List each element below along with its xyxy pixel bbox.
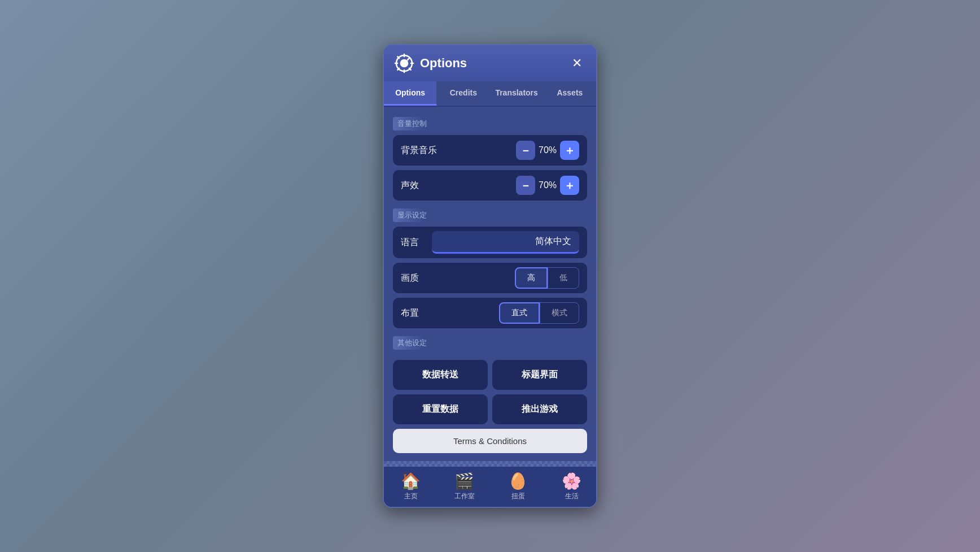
title-screen-button[interactable]: 标题界面 — [492, 360, 587, 390]
options-content: 音量控制 背景音乐 － 70% ＋ 声效 － 70% ＋ 显示设定 — [384, 107, 596, 461]
other-section-label: 其他设定 — [393, 336, 431, 350]
other-label-wrapper: 其他设定 — [393, 334, 587, 354]
gacha-icon: 🥚 — [508, 473, 528, 489]
volume-section-label: 音量控制 — [393, 117, 431, 131]
tab-options[interactable]: Options — [384, 81, 437, 106]
volume-section: 音量控制 背景音乐 － 70% ＋ 声效 － 70% ＋ — [393, 115, 587, 201]
display-section-label: 显示设定 — [393, 208, 431, 222]
quality-label: 画质 — [401, 272, 432, 284]
other-section: 其他设定 数据转送 标题界面 重置数据 推出游戏 Terms & Conditi… — [393, 334, 587, 453]
dialog-title: Options — [420, 56, 562, 71]
sfx-label: 声效 — [401, 180, 516, 192]
layout-row: 布置 直式 横式 — [393, 298, 587, 328]
reset-data-button[interactable]: 重置数据 — [393, 394, 488, 424]
transfer-data-button[interactable]: 数据转送 — [393, 360, 488, 390]
tabs-bar: Options Credits Translators Assets — [384, 81, 596, 107]
tab-translators[interactable]: Translators — [491, 81, 544, 106]
checkered-strip — [384, 461, 597, 467]
sfx-minus-button[interactable]: － — [516, 176, 535, 195]
svg-point-2 — [401, 60, 407, 66]
layout-landscape-button[interactable]: 横式 — [540, 302, 579, 324]
bottom-nav: 🏠 主页 🎬 工作室 🥚 扭蛋 🌸 生活 — [384, 467, 597, 507]
language-label: 语言 — [401, 237, 432, 249]
life-icon: 🌸 — [562, 473, 581, 489]
tab-credits[interactable]: Credits — [437, 81, 490, 106]
home-icon: 🏠 — [401, 473, 421, 489]
layout-portrait-button[interactable]: 直式 — [499, 302, 540, 324]
nav-workshop[interactable]: 🎬 工作室 — [438, 467, 491, 507]
gear-icon — [394, 53, 414, 73]
quality-low-button[interactable]: 低 — [548, 267, 579, 289]
workshop-icon: 🎬 — [454, 473, 474, 489]
nav-life-label: 生活 — [565, 492, 579, 501]
sfx-plus-button[interactable]: ＋ — [560, 176, 579, 195]
close-button[interactable]: ✕ — [568, 54, 586, 72]
sfx-value: 70% — [535, 180, 560, 190]
tab-assets[interactable]: Assets — [544, 81, 596, 106]
quality-high-button[interactable]: 高 — [515, 267, 548, 289]
nav-workshop-label: 工作室 — [454, 492, 475, 501]
dialog-wrapper: Options ✕ Options Credits Translators As… — [383, 44, 597, 508]
bgm-label: 背景音乐 — [401, 145, 516, 157]
sfx-row: 声效 － 70% ＋ — [393, 170, 587, 201]
nav-home[interactable]: 🏠 主页 — [384, 467, 438, 507]
language-row: 语言 简体中文 — [393, 227, 587, 258]
nav-gacha[interactable]: 🥚 扭蛋 — [491, 467, 545, 507]
nav-gacha-label: 扭蛋 — [511, 492, 525, 501]
language-value[interactable]: 简体中文 — [432, 231, 579, 254]
bgm-minus-button[interactable]: － — [516, 141, 535, 160]
quality-toggle-group: 高 低 — [432, 267, 579, 289]
options-dialog: Options ✕ Options Credits Translators As… — [383, 44, 597, 508]
quality-row: 画质 高 低 — [393, 263, 587, 293]
layout-label: 布置 — [401, 307, 432, 319]
terms-conditions-button[interactable]: Terms & Conditions — [393, 429, 587, 453]
display-section: 显示设定 语言 简体中文 画质 高 低 布置 — [393, 206, 587, 328]
bgm-row: 背景音乐 － 70% ＋ — [393, 135, 587, 166]
action-grid: 数据转送 标题界面 重置数据 推出游戏 — [393, 360, 587, 424]
nav-life[interactable]: 🌸 生活 — [545, 467, 597, 507]
title-bar: Options ✕ — [384, 45, 596, 81]
bgm-value: 70% — [535, 145, 560, 155]
bgm-plus-button[interactable]: ＋ — [560, 141, 579, 160]
nav-home-label: 主页 — [404, 492, 418, 501]
exit-game-button[interactable]: 推出游戏 — [492, 394, 587, 424]
layout-toggle-group: 直式 横式 — [432, 302, 579, 324]
